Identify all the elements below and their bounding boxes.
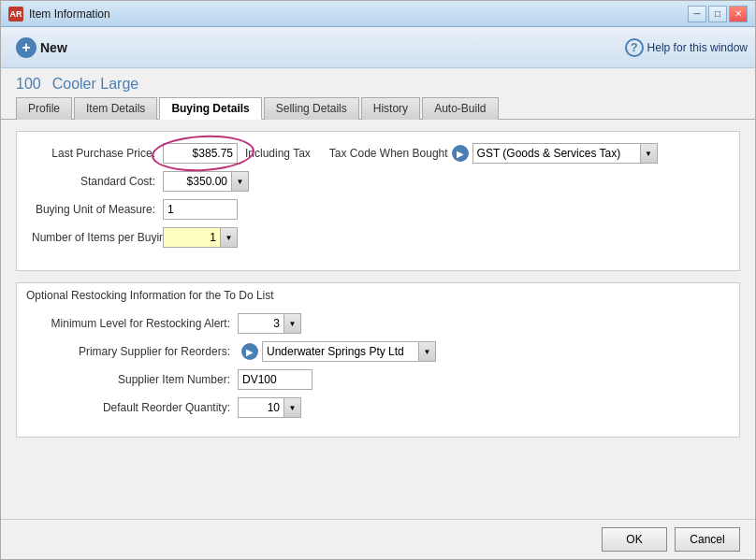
- help-icon: ?: [625, 38, 644, 57]
- ar-icon: AR: [8, 7, 23, 22]
- restocking-content: Minimum Level for Restocking Alert: ▼ Pr…: [17, 306, 739, 437]
- footer: OK Cancel: [1, 519, 755, 559]
- supplier-item-label: Supplier Item Number:: [32, 373, 238, 386]
- primary-supplier-dropdown-btn[interactable]: ▼: [419, 341, 436, 362]
- tax-code-dropdown: ▼: [472, 143, 658, 164]
- restocking-title: Optional Restocking Information for the …: [17, 283, 739, 306]
- buying-unit-label: Buying Unit of Measure:: [32, 203, 163, 216]
- main-window: AR Item Information ─ □ ✕ + New ? Help f…: [0, 0, 756, 560]
- supplier-item-row: Supplier Item Number:: [32, 369, 724, 390]
- title-bar-controls: ─ □ ✕: [688, 6, 748, 22]
- item-name: Cooler Large: [52, 76, 139, 93]
- tax-code-when-bought-label: Tax Code When Bought: [329, 147, 448, 160]
- buying-unit-row: Buying Unit of Measure:: [32, 199, 724, 220]
- window-title: Item Information: [29, 7, 110, 21]
- items-per-buying-unit-dropdown-btn[interactable]: ▼: [221, 227, 238, 248]
- last-purchase-price-row: Last Purchase Price: Including Tax Tax C…: [32, 143, 724, 164]
- standard-cost-input[interactable]: [163, 171, 232, 192]
- primary-supplier-label: Primary Supplier for Reorders:: [32, 345, 238, 358]
- tab-buying-details[interactable]: Buying Details: [159, 97, 261, 120]
- title-bar: AR Item Information ─ □ ✕: [1, 1, 755, 27]
- title-bar-left: AR Item Information: [8, 7, 688, 22]
- tax-code-arrow-icon[interactable]: ▶: [452, 145, 469, 162]
- ok-button[interactable]: OK: [602, 527, 667, 552]
- reorder-qty-dropdown-btn[interactable]: ▼: [284, 397, 301, 418]
- items-per-buying-unit-label: Number of Items per Buying Unit:: [32, 231, 163, 244]
- tab-selling-details[interactable]: Selling Details: [264, 97, 359, 120]
- primary-supplier-row: Primary Supplier for Reorders: ▶ ▼: [32, 341, 724, 362]
- primary-supplier-arrow-icon[interactable]: ▶: [241, 343, 258, 360]
- min-level-dropdown: ▼: [238, 313, 301, 334]
- items-per-buying-unit-input[interactable]: [163, 227, 221, 248]
- min-level-input[interactable]: [238, 313, 284, 334]
- cancel-button[interactable]: Cancel: [675, 527, 740, 552]
- min-level-dropdown-btn[interactable]: ▼: [284, 313, 301, 334]
- primary-supplier-input[interactable]: [262, 341, 419, 362]
- reorder-qty-label: Default Reorder Quantity:: [32, 401, 238, 414]
- tab-profile[interactable]: Profile: [16, 97, 72, 120]
- standard-cost-row: Standard Cost: ▼: [32, 171, 724, 192]
- tax-code-dropdown-btn[interactable]: ▼: [641, 143, 658, 164]
- reorder-qty-input[interactable]: [238, 397, 284, 418]
- item-number: 100: [16, 76, 41, 93]
- primary-supplier-dropdown: ▼: [262, 341, 436, 362]
- tab-auto-build[interactable]: Auto-Build: [422, 97, 498, 120]
- last-purchase-price-wrapper: [163, 143, 238, 164]
- tab-item-details[interactable]: Item Details: [74, 97, 157, 120]
- tab-history[interactable]: History: [361, 97, 420, 120]
- buying-unit-input[interactable]: [163, 199, 238, 220]
- supplier-item-input[interactable]: [238, 369, 313, 390]
- toolbar: + New ? Help for this window: [1, 27, 755, 68]
- close-button[interactable]: ✕: [729, 6, 748, 22]
- buying-details-form: Last Purchase Price: Including Tax Tax C…: [16, 131, 740, 271]
- tax-code-input[interactable]: [472, 143, 641, 164]
- help-button[interactable]: ? Help for this window: [625, 38, 748, 57]
- content-area: Last Purchase Price: Including Tax Tax C…: [1, 120, 755, 519]
- standard-cost-label: Standard Cost:: [32, 175, 163, 188]
- item-header: 100 Cooler Large: [1, 68, 755, 96]
- items-per-buying-unit-dropdown: ▼: [163, 227, 238, 248]
- reorder-qty-dropdown: ▼: [238, 397, 301, 418]
- last-purchase-price-input[interactable]: [163, 143, 238, 164]
- minimize-button[interactable]: ─: [688, 6, 706, 22]
- items-per-buying-unit-row: Number of Items per Buying Unit: ▼: [32, 227, 724, 248]
- maximize-button[interactable]: □: [708, 6, 727, 22]
- including-tax-label: Including Tax: [245, 147, 311, 160]
- tab-bar: Profile Item Details Buying Details Sell…: [1, 96, 755, 120]
- last-purchase-price-label: Last Purchase Price:: [32, 147, 163, 160]
- new-button[interactable]: + New: [8, 34, 75, 62]
- standard-cost-dropdown-btn[interactable]: ▼: [232, 171, 249, 192]
- standard-cost-dropdown: ▼: [163, 171, 249, 192]
- min-level-row: Minimum Level for Restocking Alert: ▼: [32, 313, 724, 334]
- new-plus-icon: +: [16, 37, 36, 58]
- min-level-label: Minimum Level for Restocking Alert:: [32, 317, 238, 330]
- restocking-section: Optional Restocking Information for the …: [16, 282, 740, 438]
- reorder-qty-row: Default Reorder Quantity: ▼: [32, 397, 724, 418]
